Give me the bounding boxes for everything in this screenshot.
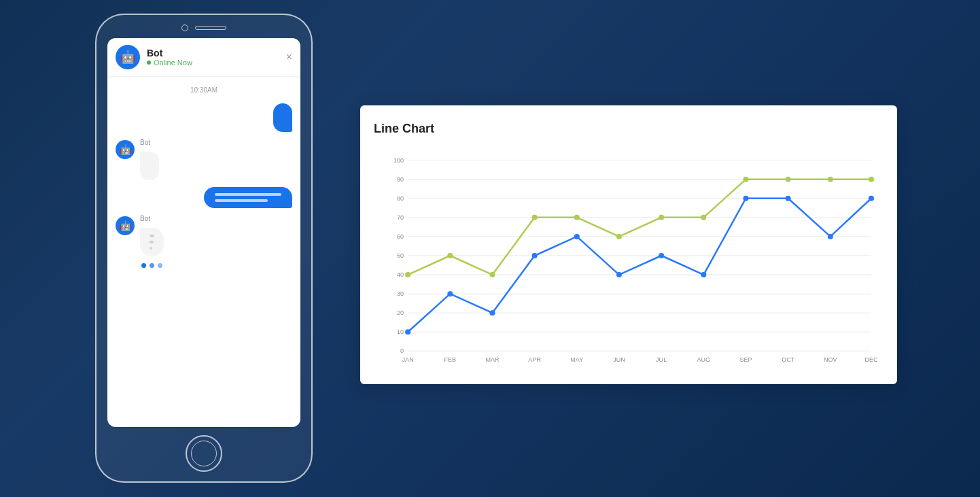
chat-body: 10:30AM 🤖 Bot — [107, 77, 300, 427]
green-dot — [616, 234, 622, 239]
svg-text:70: 70 — [397, 214, 404, 221]
bot-message-row-1: 🤖 Bot — [116, 139, 292, 180]
blue-dot — [405, 329, 410, 335]
chat-timestamp: 10:30AM — [116, 86, 292, 94]
bot-status: Online Now — [147, 58, 279, 67]
blue-dot — [574, 234, 580, 239]
blue-dot — [489, 310, 495, 315]
typing-dot-1 — [141, 263, 146, 268]
bot-bubble-line — [150, 247, 152, 250]
bot-bubble-line — [150, 241, 154, 243]
bubble-line — [215, 199, 268, 202]
svg-text:JAN: JAN — [402, 356, 414, 363]
green-dot — [447, 253, 453, 258]
blue-dot — [786, 196, 791, 201]
svg-text:40: 40 — [397, 271, 404, 278]
green-dot — [786, 177, 791, 182]
blue-dot — [532, 253, 538, 258]
blue-dot — [701, 272, 706, 277]
green-dot — [659, 215, 664, 220]
blue-dot — [828, 234, 833, 239]
svg-text:10: 10 — [397, 328, 404, 335]
chart-title: Line Chart — [374, 122, 878, 136]
bubble-line — [215, 193, 281, 196]
typing-dot-2 — [150, 263, 154, 268]
green-dot — [405, 272, 410, 277]
svg-text:FEB: FEB — [444, 356, 457, 363]
blue-dot — [743, 196, 748, 201]
bot-message-row-2: 🤖 Bot — [116, 215, 292, 271]
svg-text:30: 30 — [397, 290, 404, 297]
bot-bubble-2 — [140, 228, 164, 256]
bot-msg-avatar-1: 🤖 — [116, 140, 135, 159]
bot-robot-icon: 🤖 — [120, 50, 135, 65]
chat-header: 🤖 Bot Online Now × — [107, 38, 300, 77]
svg-text:20: 20 — [397, 309, 404, 316]
close-button[interactable]: × — [286, 51, 292, 63]
bot-msg-avatar-2: 🤖 — [116, 216, 135, 235]
chart-card: Line Chart .grid-line { stroke: #e8e8e8;… — [360, 105, 897, 384]
bot-name: Bot — [147, 48, 279, 58]
blue-dot — [869, 196, 874, 201]
bot-status-text: Online Now — [154, 58, 192, 67]
bot-msg-content-2: Bot — [140, 215, 164, 271]
svg-text:90: 90 — [397, 176, 404, 183]
svg-text:AUG: AUG — [697, 356, 711, 363]
green-dot — [532, 215, 538, 220]
green-series-line — [408, 179, 871, 275]
phone-notch — [181, 24, 226, 31]
phone-camera-icon — [181, 24, 188, 31]
bot-label-2: Bot — [140, 215, 164, 222]
bot-avatar: 🤖 — [116, 45, 140, 69]
bot-bubble-1 — [140, 152, 159, 180]
svg-text:SEP: SEP — [739, 356, 752, 363]
green-dot — [574, 215, 580, 220]
green-dot — [869, 177, 874, 182]
svg-text:DEC: DEC — [864, 356, 878, 363]
phone-speaker-icon — [195, 26, 226, 30]
green-dot — [828, 177, 833, 182]
blue-dot — [616, 272, 622, 277]
green-dot — [743, 177, 748, 182]
typing-dot-3 — [158, 263, 162, 268]
blue-dot — [659, 253, 664, 258]
user-message-1 — [273, 103, 292, 132]
bot-label-1: Bot — [140, 139, 159, 146]
phone-home-button[interactable] — [186, 435, 222, 472]
status-dot-icon — [147, 61, 151, 65]
typing-indicator — [140, 260, 164, 271]
svg-text:JUN: JUN — [613, 356, 625, 363]
svg-text:APR: APR — [528, 356, 541, 363]
svg-text:60: 60 — [397, 233, 404, 240]
svg-text:50: 50 — [397, 252, 404, 259]
svg-text:MAR: MAR — [485, 356, 500, 363]
bot-icon-2: 🤖 — [120, 220, 131, 231]
user-message-2 — [204, 187, 292, 208]
svg-text:NOV: NOV — [824, 356, 837, 363]
svg-text:0: 0 — [400, 347, 404, 354]
green-dot — [701, 215, 706, 220]
bot-bubble-line — [150, 235, 154, 237]
line-chart-svg: .grid-line { stroke: #e8e8e8; stroke-wid… — [374, 147, 878, 371]
chart-area: .grid-line { stroke: #e8e8e8; stroke-wid… — [374, 147, 878, 371]
svg-text:100: 100 — [393, 157, 404, 164]
bot-msg-content-1: Bot — [140, 139, 159, 180]
phone-home-inner-circle — [191, 441, 217, 466]
svg-text:JUL: JUL — [656, 356, 667, 363]
green-dot — [489, 272, 495, 277]
svg-text:80: 80 — [397, 195, 404, 202]
svg-text:OCT: OCT — [782, 356, 795, 363]
bot-icon-1: 🤖 — [120, 144, 131, 155]
phone-mockup: 🤖 Bot Online Now × 10:30AM — [95, 14, 313, 483]
blue-dot — [447, 291, 453, 296]
svg-text:MAY: MAY — [570, 356, 583, 363]
chat-window: 🤖 Bot Online Now × 10:30AM — [107, 38, 300, 427]
bot-info: Bot Online Now — [147, 48, 279, 67]
blue-series-line — [408, 199, 871, 332]
